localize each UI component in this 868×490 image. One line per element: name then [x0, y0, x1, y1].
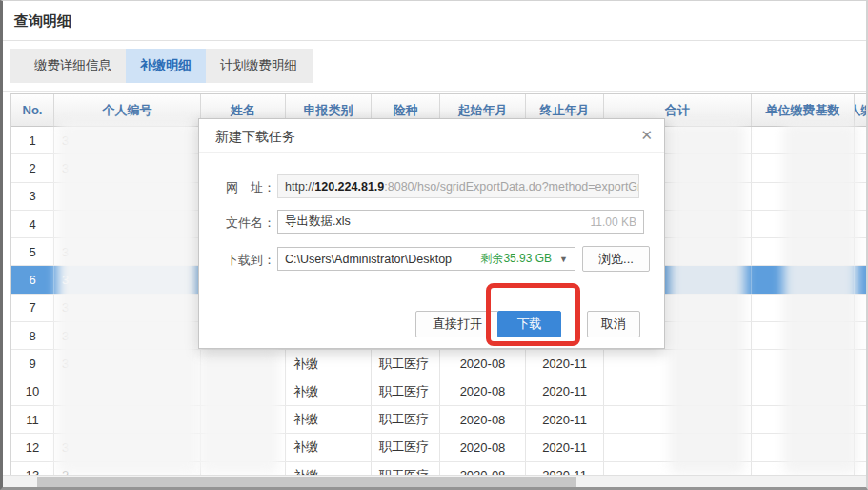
col-header-personal_base[interactable]: 个人缴费基数	[855, 94, 868, 126]
cell-name	[201, 406, 286, 433]
cell-personal_id: 3	[54, 154, 201, 181]
browse-button[interactable]: 浏览...	[582, 246, 650, 272]
filename-input[interactable]: 导出数据.xls 11.00 KB	[277, 210, 644, 234]
url-rest: :8080/hso/sgridExportData.do?method=expo…	[384, 180, 639, 194]
horizontal-scrollbar[interactable]	[3, 475, 866, 488]
cell-no: 9	[11, 350, 54, 377]
cell-unit_base	[752, 183, 855, 210]
cell-personal_id: 3	[54, 266, 201, 293]
cell-end_ym: 2020-11	[526, 378, 604, 405]
cell-total	[604, 462, 752, 475]
cell-insurance: 职工医疗	[372, 406, 440, 433]
table-row[interactable]: 93补缴职工医疗2020-082020-11	[11, 350, 868, 378]
cell-personal_id: 3	[54, 127, 201, 153]
tab-bar: 缴费详细信息 补缴明细 计划缴费明细	[10, 49, 313, 83]
page-title: 查询明细	[14, 12, 71, 31]
dialog-title: 新建下载任务	[215, 129, 295, 146]
cell-no: 7	[11, 295, 54, 321]
col-header-personal_id[interactable]: 个人编号	[54, 94, 201, 126]
cell-end_ym: 2020-11	[526, 350, 604, 377]
tab-planned-payment-detail[interactable]: 计划缴费明细	[206, 49, 312, 83]
col-header-unit_base[interactable]: 单位缴费基数	[752, 94, 855, 126]
cell-no: 1	[11, 127, 54, 153]
cell-no: 6	[11, 266, 54, 293]
cell-personal_base	[855, 406, 868, 433]
scrollbar-thumb[interactable]	[37, 477, 576, 488]
cell-no: 11	[11, 406, 54, 433]
cell-personal_id: 3	[54, 238, 201, 265]
free-space: 剩余35.93 GB	[480, 251, 552, 267]
download-button[interactable]: 下载	[497, 311, 561, 337]
cell-no: 13	[11, 462, 54, 475]
url-label: 网 址：	[226, 179, 279, 196]
col-header-no[interactable]: No.	[11, 94, 54, 126]
cell-declare_type: 补缴	[286, 350, 372, 377]
page-header: 查询明细	[3, 1, 866, 41]
cell-no: 3	[11, 183, 54, 210]
cell-unit_base	[752, 378, 855, 405]
close-icon[interactable]: ✕	[640, 127, 653, 144]
cell-unit_base	[752, 462, 855, 475]
cell-no: 5	[11, 238, 54, 265]
tab-payment-details[interactable]: 缴费详细信息	[20, 49, 126, 83]
table-row[interactable]: 132补缴职工医疗2020-082020-11	[11, 462, 868, 475]
open-directly-button[interactable]: 直接打开	[415, 311, 499, 337]
cell-start_ym: 2020-08	[440, 462, 526, 475]
cell-insurance: 职工医疗	[372, 462, 440, 475]
cell-unit_base	[752, 127, 855, 153]
cell-total	[604, 406, 752, 433]
cell-end_ym: 2020-11	[526, 434, 604, 460]
download-path-select[interactable]: C:\Users\Administrator\Desktop 剩余35.93 G…	[277, 247, 575, 271]
cell-unit_base	[752, 322, 855, 349]
cell-start_ym: 2020-08	[440, 434, 526, 460]
table-row[interactable]: 11补缴职工医疗2020-082020-11	[11, 406, 868, 434]
cell-insurance: 职工医疗	[372, 434, 440, 460]
file-size: 11.00 KB	[591, 215, 636, 229]
cell-personal_base	[855, 378, 868, 405]
cell-declare_type: 补缴	[286, 462, 372, 475]
cell-personal_id: 3	[54, 295, 201, 321]
cell-total	[604, 434, 752, 460]
cell-personal_id	[54, 211, 201, 237]
cell-personal_id	[54, 183, 201, 210]
cell-unit_base	[752, 266, 855, 293]
divider	[199, 296, 664, 296]
cell-personal_id: 2	[54, 462, 201, 475]
cell-name	[201, 462, 286, 475]
download-path: C:\Users\Administrator\Desktop	[285, 253, 452, 266]
divider	[3, 91, 866, 92]
cell-personal_id: 3	[54, 322, 201, 349]
cell-personal_id: 3	[54, 350, 201, 377]
cell-unit_base	[752, 295, 855, 321]
cell-personal_base	[855, 127, 868, 153]
cancel-button[interactable]: 取消	[587, 311, 640, 337]
cell-personal_id	[54, 378, 201, 405]
divider	[199, 152, 664, 153]
table-row[interactable]: 123补缴职工医疗2020-082020-11	[11, 434, 868, 461]
cell-personal_base	[855, 462, 868, 475]
cell-declare_type: 补缴	[286, 378, 372, 405]
cell-start_ym: 2020-08	[440, 350, 526, 377]
cell-personal_base	[855, 211, 868, 237]
cell-no: 8	[11, 322, 54, 349]
cell-unit_base	[752, 350, 855, 377]
cell-personal_id	[54, 406, 201, 433]
cell-name	[201, 350, 286, 377]
cell-unit_base	[752, 406, 855, 433]
tab-supplementary-detail[interactable]: 补缴明细	[126, 49, 206, 83]
cell-name	[201, 378, 286, 405]
cell-unit_base	[752, 154, 855, 181]
filename-label: 文件名：	[226, 214, 279, 232]
cell-insurance: 职工医疗	[372, 378, 440, 405]
cell-personal_base	[855, 266, 868, 293]
cell-start_ym: 2020-08	[440, 406, 526, 433]
url-prefix: http://	[285, 180, 314, 194]
cell-declare_type: 补缴	[286, 406, 372, 433]
cell-unit_base	[752, 211, 855, 237]
app-window: 查询明细 缴费详细信息 补缴明细 计划缴费明细 No.个人编号姓名申报类别险种起…	[0, 0, 868, 490]
url-field[interactable]: http://120.224.81.9:8080/hso/sgridExport…	[277, 174, 639, 198]
cell-personal_base	[855, 183, 868, 210]
cell-declare_type: 补缴	[286, 434, 372, 460]
table-row[interactable]: 10补缴职工医疗2020-082020-11	[11, 378, 868, 406]
downloadto-label: 下载到：	[226, 252, 279, 269]
